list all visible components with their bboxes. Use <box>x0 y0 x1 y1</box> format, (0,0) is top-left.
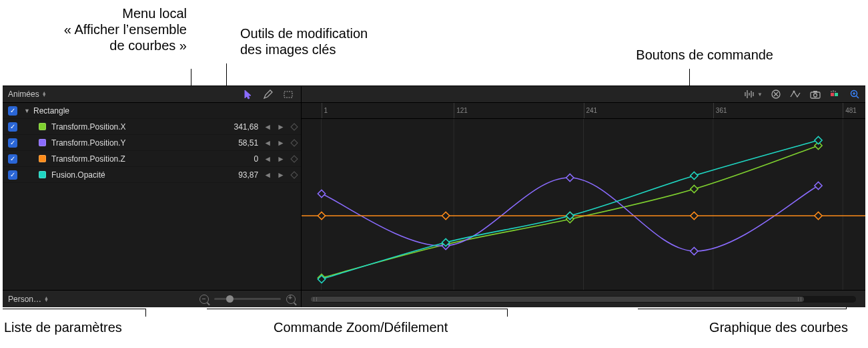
svg-rect-36 <box>815 182 822 189</box>
callout-zoom-scroll: Commande Zoom/Défilement <box>274 319 448 335</box>
curve-plot[interactable] <box>302 119 865 290</box>
footer-popup[interactable]: Person… ▲▼ <box>8 295 49 304</box>
editor-body: ✓ ▼ Rectangle ✓ Transform.Position.X 341… <box>3 103 865 307</box>
callout-line <box>3 309 145 309</box>
scroll-thumb[interactable] <box>311 297 804 302</box>
timeline-ruler[interactable]: 1121241361481 <box>302 103 865 119</box>
keyframe-nav: ◄ ► <box>262 138 297 148</box>
visibility-checkbox[interactable]: ✓ <box>8 138 17 148</box>
parameter-list: ✓ ▼ Rectangle ✓ Transform.Position.X 341… <box>3 103 302 307</box>
next-keyframe-button[interactable]: ► <box>276 154 286 164</box>
zoom-in-button[interactable] <box>286 295 296 304</box>
parameter-row[interactable]: ✓ Transform.Position.Y 58,51 ◄ ► <box>3 135 301 151</box>
svg-point-11 <box>814 94 817 97</box>
visibility-checkbox[interactable]: ✓ <box>8 106 17 116</box>
callout-line <box>145 309 146 317</box>
keyframe-nav: ◄ ► <box>262 154 297 164</box>
svg-rect-41 <box>815 212 822 219</box>
curveset-popup-label: Animées <box>8 90 39 99</box>
add-keyframe-button[interactable] <box>290 155 298 162</box>
callout-keyframe-tools: Outils de modification des images clés <box>240 25 368 57</box>
callout-line <box>226 63 227 85</box>
fit-curves-button[interactable] <box>789 89 801 100</box>
add-keyframe-button[interactable] <box>290 171 298 178</box>
parameter-rows: ✓ ▼ Rectangle ✓ Transform.Position.X 341… <box>3 103 301 290</box>
next-keyframe-button[interactable]: ► <box>276 122 286 132</box>
callout-line <box>638 309 846 309</box>
command-buttons-group: ▼ <box>302 86 865 102</box>
add-keyframe-button[interactable] <box>290 139 298 146</box>
disclosure-triangle-icon[interactable]: ▼ <box>24 108 31 114</box>
pencil-tool[interactable] <box>262 88 274 100</box>
zoom-slider-thumb[interactable] <box>226 295 234 303</box>
add-keyframe-button[interactable] <box>290 123 298 130</box>
parameter-list-footer: Person… ▲▼ <box>3 290 301 307</box>
keyframe-editor-panel: Animées ▲▼ ▼ <box>3 85 865 307</box>
svg-rect-38 <box>442 212 449 219</box>
svg-rect-35 <box>691 247 698 254</box>
graph-footer <box>302 290 865 307</box>
parameter-group-row[interactable]: ✓ ▼ Rectangle <box>3 103 301 119</box>
callout-curve-graph: Graphique des courbes <box>709 319 848 335</box>
footer-popup-label: Person… <box>8 295 41 304</box>
next-keyframe-button[interactable]: ► <box>276 170 286 180</box>
keyframe-tools-group <box>242 88 301 100</box>
zoom-button[interactable] <box>849 89 860 100</box>
color-swatch-icon <box>39 155 46 162</box>
curveset-popup[interactable]: Animées ▲▼ <box>3 90 52 99</box>
parameter-row[interactable]: ✓ Fusion.Opacité 93,87 ◄ ► <box>3 167 301 183</box>
svg-rect-14 <box>835 93 838 96</box>
parameter-row[interactable]: ✓ Transform.Position.Z 0 ◄ ► <box>3 151 301 167</box>
color-swatch-icon <box>39 123 46 130</box>
popup-chevrons-icon: ▲▼ <box>42 92 47 97</box>
snapshot-button[interactable] <box>809 89 821 100</box>
parameter-name: Transform.Position.Y <box>51 138 126 148</box>
next-keyframe-button[interactable]: ► <box>276 138 286 148</box>
ruler-tick: 121 <box>454 103 468 118</box>
keyframe-nav: ◄ ► <box>262 122 297 132</box>
color-swatch-icon <box>39 139 46 146</box>
callout-param-list: Liste de paramètres <box>4 319 122 335</box>
ruler-tick: 241 <box>584 103 598 118</box>
callout-line <box>689 69 690 85</box>
callout-line <box>507 309 508 317</box>
ruler-tick: 1 <box>322 103 328 118</box>
visibility-checkbox[interactable]: ✓ <box>8 122 17 132</box>
select-tool[interactable] <box>242 88 254 100</box>
prev-keyframe-button[interactable]: ◄ <box>262 170 273 180</box>
parameter-row[interactable]: ✓ Transform.Position.X 341,68 ◄ ► <box>3 119 301 135</box>
svg-rect-37 <box>318 212 325 219</box>
parameter-name: Transform.Position.Z <box>51 154 125 164</box>
toolbar: Animées ▲▼ ▼ <box>3 85 865 103</box>
parameter-value[interactable]: 341,68 <box>225 122 262 132</box>
prev-keyframe-button[interactable]: ◄ <box>262 154 273 164</box>
svg-point-9 <box>793 91 795 93</box>
svg-rect-46 <box>815 136 822 144</box>
ruler-tick: 361 <box>713 103 727 118</box>
visibility-checkbox[interactable]: ✓ <box>8 154 17 164</box>
prev-keyframe-button[interactable]: ◄ <box>262 122 273 132</box>
svg-rect-45 <box>691 172 698 179</box>
svg-rect-40 <box>691 212 698 219</box>
svg-rect-12 <box>813 91 817 93</box>
prev-keyframe-button[interactable]: ◄ <box>262 138 273 148</box>
view-mode-button[interactable] <box>829 89 841 100</box>
svg-rect-34 <box>566 174 574 181</box>
group-name: Rectangle <box>33 106 69 116</box>
ruler-tick: 481 <box>843 103 857 118</box>
parameter-value[interactable]: 93,87 <box>225 170 262 180</box>
scroll-zoom-control[interactable] <box>311 296 856 303</box>
parameter-name: Transform.Position.X <box>51 122 126 132</box>
curve-graph: 1121241361481 <box>302 103 865 307</box>
zoom-slider[interactable] <box>214 298 281 300</box>
parameter-value[interactable]: 0 <box>225 154 262 164</box>
audio-waveform-button[interactable]: ▼ <box>744 89 763 100</box>
svg-rect-13 <box>831 93 834 96</box>
color-swatch-icon <box>39 171 46 178</box>
box-select-tool[interactable] <box>282 88 294 100</box>
svg-rect-0 <box>284 92 292 98</box>
zoom-out-button[interactable] <box>199 295 209 304</box>
parameter-value[interactable]: 58,51 <box>225 138 262 148</box>
clear-button[interactable] <box>771 89 781 100</box>
visibility-checkbox[interactable]: ✓ <box>8 170 17 180</box>
